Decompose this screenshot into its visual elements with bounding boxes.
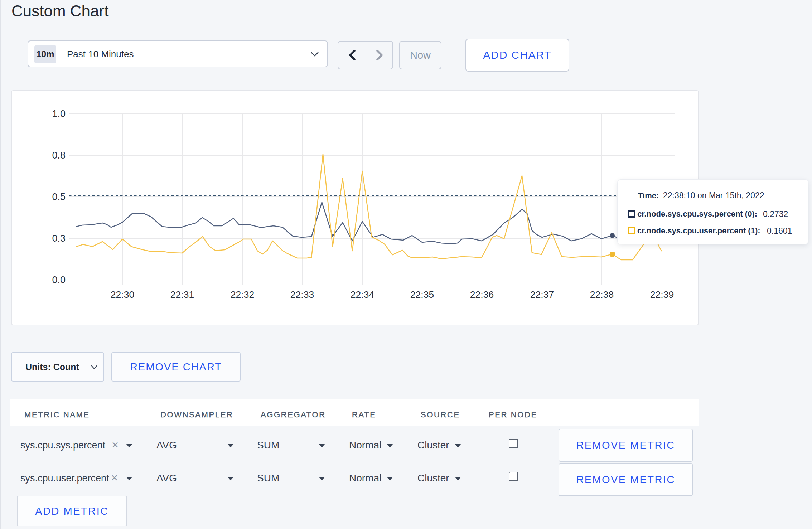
svg-text:22:33: 22:33: [290, 289, 314, 300]
svg-text:1.0: 1.0: [52, 108, 66, 119]
svg-text:22:37: 22:37: [530, 289, 554, 300]
svg-text:0.0: 0.0: [52, 275, 66, 285]
svg-text:22:36: 22:36: [470, 289, 494, 300]
svg-text:22:35: 22:35: [410, 289, 434, 300]
svg-text:22:34: 22:34: [351, 289, 374, 300]
svg-text:22:31: 22:31: [170, 289, 194, 300]
svg-text:22:30: 22:30: [111, 289, 134, 300]
svg-text:22:32: 22:32: [231, 289, 254, 300]
svg-text:22:38: 22:38: [590, 289, 614, 300]
svg-text:0.5: 0.5: [52, 191, 66, 202]
svg-text:22:39: 22:39: [650, 289, 674, 300]
svg-text:0.3: 0.3: [52, 233, 66, 244]
svg-text:0.8: 0.8: [52, 150, 66, 161]
